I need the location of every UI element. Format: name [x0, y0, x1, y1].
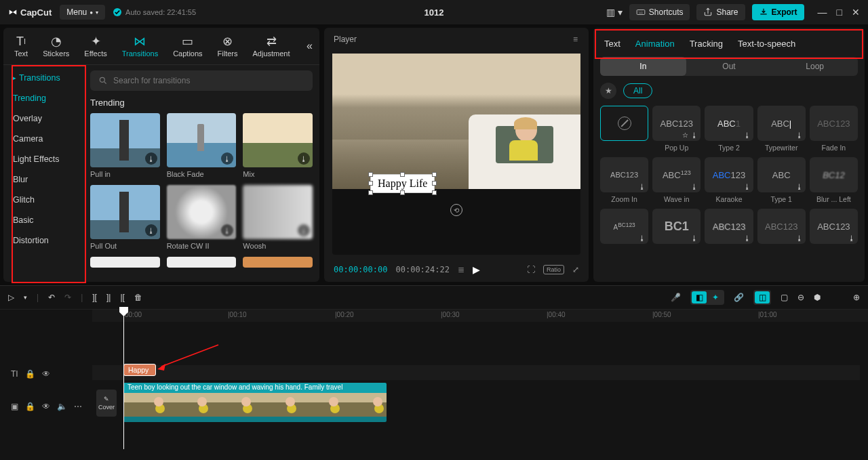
video-clip[interactable]: Teen boy looking out the car window and … — [123, 383, 387, 422]
text-clip[interactable]: Happy — [123, 364, 156, 376]
maximize-icon[interactable]: □ — [837, 7, 842, 18]
rtab-tts[interactable]: Text-to-speech — [738, 39, 795, 49]
cat-distortion[interactable]: Distortion — [3, 230, 83, 251]
anim-blurleft[interactable]: BC12 — [810, 157, 858, 192]
tab-adjustment[interactable]: ⇄Adjustment — [249, 32, 294, 60]
tab-effects[interactable]: ✦Effects — [80, 32, 111, 60]
cover-button[interactable]: ✎ Cover — [96, 390, 117, 417]
shortcuts-button[interactable]: Shortcuts — [629, 4, 690, 20]
zoom-fit-icon[interactable]: ⊕ — [853, 293, 860, 302]
more-icon[interactable]: ⋯ — [74, 402, 82, 411]
cat-camera[interactable]: Camera — [3, 129, 83, 149]
tab-transitions[interactable]: ⋈Transitions — [118, 32, 162, 60]
rtab-text[interactable]: Text — [604, 39, 620, 49]
marker-icon[interactable]: ⬢ — [814, 293, 821, 302]
transition-card[interactable]: ⭳Black Fade — [167, 113, 237, 178]
transition-card[interactable]: ⭳Rotate CW II — [167, 185, 237, 250]
anim-item[interactable]: ABC123⭳ — [757, 209, 806, 244]
trim-left-icon[interactable]: ]| — [106, 293, 111, 302]
download-icon[interactable]: ⭳ — [298, 224, 310, 236]
text-overlay[interactable]: Happy Life — [370, 174, 435, 193]
rtab-animation[interactable]: Animation — [635, 39, 675, 49]
mode-loop[interactable]: Loop — [772, 57, 858, 76]
eye-icon[interactable]: 👁 — [42, 369, 50, 379]
download-icon[interactable]: ⭳ — [145, 224, 157, 236]
anim-none[interactable] — [600, 106, 648, 141]
anim-item[interactable]: ABC123⭳ — [600, 209, 648, 244]
rotate-handle-icon[interactable]: ⟲ — [450, 204, 462, 216]
cat-trending[interactable]: Trending — [3, 88, 83, 108]
scale-icon[interactable]: ⛶ — [527, 265, 535, 274]
undo-icon[interactable]: ↶ — [48, 293, 55, 302]
anim-item[interactable]: ABC123⭳ — [705, 209, 753, 244]
viewport[interactable]: Happy Life ⟲ — [332, 54, 580, 255]
rtab-tracking[interactable]: Tracking — [690, 39, 723, 49]
transition-card[interactable]: ⭳Pull Out — [90, 185, 160, 250]
tab-captions[interactable]: ▭Captions — [169, 32, 206, 60]
transition-card[interactable]: ⭳Mix — [243, 113, 313, 178]
split-icon[interactable]: ]​[ — [92, 293, 97, 302]
download-icon[interactable]: ⭳ — [221, 152, 233, 165]
cat-glitch[interactable]: Glitch — [3, 190, 83, 210]
player-menu-icon[interactable]: ≡ — [573, 35, 579, 44]
link-icon[interactable]: 🔗 — [734, 293, 744, 302]
cat-header[interactable]: Transitions — [3, 68, 83, 88]
eye-icon[interactable]: 👁 — [42, 402, 50, 411]
download-icon[interactable]: ⭳ — [145, 152, 157, 165]
play-button[interactable]: ▶ — [473, 264, 480, 275]
lock-icon[interactable]: 🔒 — [25, 369, 35, 379]
zoom-out-icon[interactable]: ⊖ — [797, 293, 804, 302]
share-button[interactable]: Share — [696, 4, 745, 20]
filter-all[interactable]: All — [623, 83, 652, 98]
minimize-icon[interactable]: — — [818, 7, 827, 18]
delete-icon[interactable]: 🗑 — [134, 293, 142, 302]
text-track-lane[interactable] — [92, 365, 860, 380]
cat-blur[interactable]: Blur — [3, 169, 83, 190]
anim-zoomin[interactable]: ABC123⭳ — [600, 157, 648, 192]
redo-icon[interactable]: ↷ — [64, 293, 71, 302]
ratio-button[interactable]: Ratio — [543, 265, 564, 274]
mode-out[interactable]: Out — [686, 57, 772, 76]
menu-button[interactable]: Menu●▾ — [60, 5, 105, 20]
anim-fadein[interactable]: ABC123 — [810, 106, 858, 141]
close-icon[interactable]: ✕ — [852, 7, 860, 18]
download-icon[interactable]: ⭳ — [298, 152, 310, 165]
cat-overlay[interactable]: Overlay — [3, 108, 83, 129]
time-ruler[interactable]: 00:00 |00:10 |00:20 |00:30 |00:40 |00:50… — [92, 310, 868, 322]
download-icon[interactable]: ⭳ — [221, 224, 233, 236]
mode-in[interactable]: In — [600, 57, 686, 76]
anim-item[interactable]: ABC123⭳ — [810, 209, 858, 244]
tab-stickers[interactable]: ◔Stickers — [39, 32, 73, 60]
tool-dropdown-icon[interactable]: ▾ — [24, 294, 27, 301]
preview-toggle[interactable]: ◫ — [753, 290, 771, 305]
tab-filters[interactable]: ⊗Filters — [214, 32, 242, 60]
fullscreen-icon[interactable]: ⤢ — [572, 265, 579, 274]
anim-wavein[interactable]: ABC123⭳ — [652, 157, 701, 192]
trim-right-icon[interactable]: |[ — [120, 293, 124, 302]
tab-text[interactable]: TIText — [10, 32, 32, 60]
anim-type2[interactable]: ABC1⭳ — [705, 106, 753, 141]
search-input[interactable]: Search for transitions — [90, 70, 313, 91]
cat-light-effects[interactable]: Light Effects — [3, 149, 83, 169]
collapse-icon[interactable]: « — [307, 40, 313, 52]
lock-icon[interactable]: 🔒 — [25, 402, 35, 411]
anim-typewriter[interactable]: ABC|⭳ — [757, 106, 806, 141]
snap-toggle[interactable]: ◧✦ — [690, 290, 724, 305]
transition-card[interactable] — [90, 257, 160, 268]
export-button[interactable]: Export — [752, 4, 804, 20]
anim-item[interactable]: BC1⭳ — [652, 209, 701, 244]
mute-icon[interactable]: 🔈 — [57, 402, 67, 411]
transition-card[interactable]: ⭳Pull in — [90, 113, 160, 178]
cat-basic[interactable]: Basic — [3, 210, 83, 230]
layout-icon[interactable]: ▥ ▾ — [606, 7, 623, 18]
tracks-area[interactable]: TI 🔒 👁 Happy ▣ 🔒 👁 🔈 ⋯ ✎ Cover Teen boy … — [0, 322, 868, 460]
select-tool-icon[interactable]: ▷ — [8, 293, 14, 302]
transition-card[interactable]: ⭳Woosh — [243, 185, 313, 250]
crop-icon[interactable]: ▢ — [781, 293, 788, 302]
anim-popup[interactable]: ABC123☆⭳ — [652, 106, 701, 141]
transition-card[interactable] — [167, 257, 237, 268]
favorite-icon[interactable]: ★ — [600, 83, 616, 99]
anim-type1[interactable]: ABC⭳ — [757, 157, 806, 192]
columns-icon[interactable]: ≣ — [458, 265, 465, 274]
anim-karaoke[interactable]: ABC123⭳ — [705, 157, 753, 192]
